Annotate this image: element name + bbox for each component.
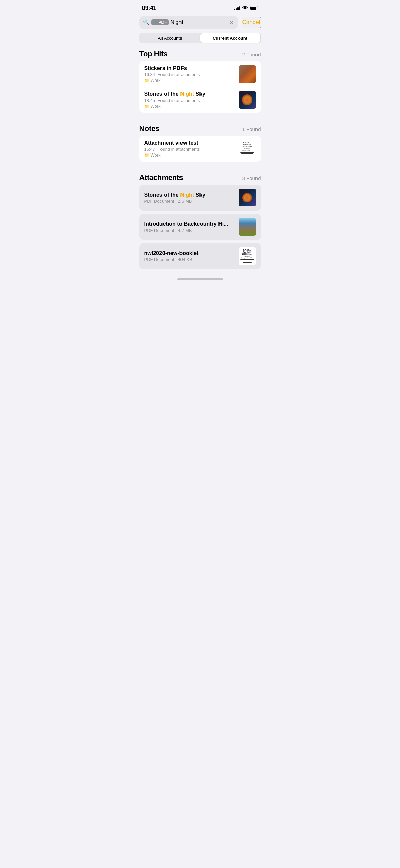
attachment-item-3-thumbnail: N.A.S.F.A.Word List2020 Edition NWL2020 … xyxy=(239,247,256,265)
attachment-item-2-thumbnail xyxy=(239,218,256,236)
top-hits-header: Top Hits 2 Found xyxy=(134,48,266,61)
attachment-item-3-content: nwl2020-new-booklet PDF Document · 404 K… xyxy=(144,250,234,262)
attachment-item-1[interactable]: Stories of the Night Sky PDF Document · … xyxy=(139,185,261,211)
attachment-item-2-meta: PDF Document · 4.7 MB xyxy=(144,228,234,233)
top-hits-card-group: Stickers in PDFs 16:34 Found in attachme… xyxy=(139,61,261,113)
pdf-badge[interactable]: 📎 PDF xyxy=(151,19,169,25)
notes-item-1-folder: 📁 Work xyxy=(144,152,234,158)
notes-title: Notes xyxy=(139,124,159,133)
folder-icon: 📁 xyxy=(144,104,149,109)
signal-bars-icon xyxy=(234,6,240,10)
clear-search-button[interactable]: ✕ xyxy=(229,19,235,25)
current-account-tab[interactable]: Current Account xyxy=(200,33,260,43)
top-hits-item-1-title-text: Stickers in PDFs xyxy=(144,65,187,71)
top-hits-count: 2 Found xyxy=(242,52,261,57)
status-bar: 09:41 xyxy=(134,0,266,14)
attachment-item-3-title: nwl2020-new-booklet xyxy=(144,250,234,256)
all-accounts-tab[interactable]: All Accounts xyxy=(140,33,200,43)
notes-item-1-meta: 16:47 Found in attachments xyxy=(144,147,234,152)
attachments-title: Attachments xyxy=(139,173,183,182)
search-query-text: Night xyxy=(171,19,227,25)
top-hits-item-2-folder: 📁 Work xyxy=(144,104,234,109)
top-hits-item-2[interactable]: Stories of the Night Sky 18:45 Found in … xyxy=(139,87,261,113)
notes-header: Notes 1 Found xyxy=(134,122,266,136)
attachment-item-1-thumbnail xyxy=(239,189,256,206)
cancel-button[interactable]: Cancel xyxy=(242,17,261,28)
top-hits-item-2-thumbnail xyxy=(239,91,256,109)
attachment-item-1-content: Stories of the Night Sky PDF Document · … xyxy=(144,192,234,204)
notes-item-1-thumbnail: N.A.S.F.A.Word List2020 Edition NWL2020 … xyxy=(239,140,256,158)
attachments-count: 3 Found xyxy=(242,175,261,181)
home-bar xyxy=(177,278,223,280)
top-hits-item-1[interactable]: Stickers in PDFs 16:34 Found in attachme… xyxy=(139,61,261,87)
top-hits-item-1-title: Stickers in PDFs xyxy=(144,65,234,71)
top-hits-item-1-meta: 16:34 Found in attachments xyxy=(144,72,234,77)
battery-icon xyxy=(250,6,258,10)
top-hits-item-2-title-highlight: Night xyxy=(180,91,194,97)
top-hits-item-1-content: Stickers in PDFs 16:34 Found in attachme… xyxy=(144,65,234,83)
top-hits-item-2-title: Stories of the Night Sky xyxy=(144,91,234,97)
search-icon: 🔍 xyxy=(143,19,149,25)
notes-item-1[interactable]: Attachment view test 16:47 Found in atta… xyxy=(139,136,261,162)
attachment-item-2-title: Introduction to Backcountry Hi... xyxy=(144,221,234,227)
top-hits-item-1-thumbnail xyxy=(239,65,256,83)
home-indicator xyxy=(134,276,266,282)
notes-item-1-title: Attachment view test xyxy=(144,140,234,146)
folder-icon: 📁 xyxy=(144,78,149,83)
pdf-badge-label: PDF xyxy=(159,20,167,25)
wifi-icon xyxy=(242,6,248,10)
attachments-header: Attachments 3 Found xyxy=(134,171,266,185)
notes-card-group: Attachment view test 16:47 Found in atta… xyxy=(139,136,261,162)
top-hits-item-1-folder: 📁 Work xyxy=(144,78,234,83)
attachment-item-2[interactable]: Introduction to Backcountry Hi... PDF Do… xyxy=(139,214,261,240)
status-time: 09:41 xyxy=(142,5,156,12)
attachment-item-1-title: Stories of the Night Sky xyxy=(144,192,234,198)
top-hits-section: Top Hits 2 Found Stickers in PDFs 16:34 … xyxy=(134,48,266,113)
top-hits-item-2-meta: 18:45 Found in attachments xyxy=(144,98,234,103)
top-hits-item-2-content: Stories of the Night Sky 18:45 Found in … xyxy=(144,91,234,109)
segment-control: All Accounts Current Account xyxy=(139,33,261,43)
attachment-item-1-meta: PDF Document · 2.6 MB xyxy=(144,199,234,204)
attachment-item-2-content: Introduction to Backcountry Hi... PDF Do… xyxy=(144,221,234,233)
status-icons xyxy=(234,6,258,10)
attachment-item-3-meta: PDF Document · 404 KB xyxy=(144,257,234,262)
folder-icon: 📁 xyxy=(144,153,149,158)
top-hits-item-2-title-after: Sky xyxy=(194,91,205,97)
notes-count: 1 Found xyxy=(242,126,261,132)
notes-item-1-content: Attachment view test 16:47 Found in atta… xyxy=(144,140,234,158)
notes-section: Notes 1 Found Attachment view test 16:47… xyxy=(134,122,266,162)
search-bar[interactable]: 🔍 📎 PDF Night ✕ xyxy=(139,16,238,29)
attachments-section: Attachments 3 Found Stories of the Night… xyxy=(134,171,266,269)
top-hits-item-2-title-before: Stories of the xyxy=(144,91,180,97)
attachment-item-3[interactable]: nwl2020-new-booklet PDF Document · 404 K… xyxy=(139,243,261,269)
search-container: 🔍 📎 PDF Night ✕ Cancel xyxy=(134,14,266,31)
paperclip-icon: 📎 xyxy=(153,20,158,25)
top-hits-title: Top Hits xyxy=(139,50,168,58)
